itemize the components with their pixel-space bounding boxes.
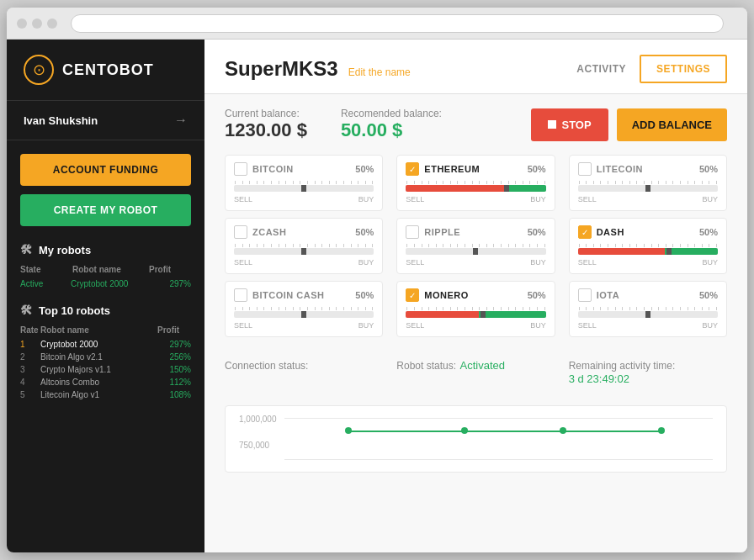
currency-pct: 50% bbox=[699, 227, 718, 237]
currency-name: MONERO bbox=[424, 290, 469, 300]
tick bbox=[422, 181, 422, 184]
top10-rname[interactable]: Crypto Majors v1.1 bbox=[40, 365, 157, 374]
tick bbox=[688, 181, 688, 184]
slider-track[interactable] bbox=[234, 311, 374, 318]
tick bbox=[658, 244, 659, 247]
current-balance-value: 1230.00 $ bbox=[225, 119, 307, 141]
tick bbox=[300, 244, 300, 247]
my-robots-section: 🛠 My robots State Robot name Profit Acti… bbox=[7, 233, 204, 293]
currency-name: BITCOIN bbox=[252, 164, 294, 174]
tick bbox=[428, 244, 429, 247]
top10-rname[interactable]: Litecoin Algo v1 bbox=[40, 390, 157, 399]
slider-container bbox=[406, 307, 545, 318]
slider-track[interactable] bbox=[234, 185, 374, 192]
slider-thumb[interactable] bbox=[301, 248, 306, 255]
slider-thumb[interactable] bbox=[645, 185, 650, 192]
slider-labels: SELL BUY bbox=[234, 195, 374, 203]
slider-thumb[interactable] bbox=[645, 311, 650, 318]
currency-checkbox[interactable] bbox=[406, 288, 419, 302]
currency-checkbox[interactable] bbox=[234, 162, 247, 176]
slider-track[interactable] bbox=[578, 248, 718, 255]
currency-checkbox[interactable] bbox=[234, 288, 247, 302]
slider-labels: SELL BUY bbox=[406, 321, 545, 330]
tick bbox=[666, 244, 666, 247]
currency-checkbox[interactable] bbox=[234, 225, 247, 239]
account-funding-button[interactable]: ACCOUNT FUNDING bbox=[20, 154, 191, 186]
chart-dot bbox=[461, 427, 468, 434]
tick bbox=[579, 307, 580, 310]
slider-thumb[interactable] bbox=[301, 185, 306, 192]
tick bbox=[709, 244, 709, 247]
row-profit: 297% bbox=[149, 279, 191, 288]
buy-label: BUY bbox=[530, 321, 546, 330]
current-balance-label: Current balance: bbox=[225, 108, 307, 119]
buy-label: BUY bbox=[530, 195, 546, 203]
tick bbox=[249, 307, 250, 310]
stop-icon bbox=[548, 120, 556, 129]
tick bbox=[321, 307, 322, 310]
currency-checkbox[interactable] bbox=[578, 162, 592, 176]
col-rname: Robot name bbox=[40, 325, 157, 335]
top10-rname[interactable]: Bitcoin Algo v2.1 bbox=[40, 352, 157, 362]
slider-track[interactable] bbox=[578, 311, 718, 318]
tick bbox=[300, 307, 300, 310]
tick bbox=[479, 181, 480, 184]
top10-rname[interactable]: Altcoins Combo bbox=[40, 378, 157, 387]
currency-name: ETHEREUM bbox=[424, 164, 480, 174]
logout-icon[interactable]: → bbox=[174, 113, 188, 128]
top10-rname[interactable]: Cryptobot 2000 bbox=[40, 340, 157, 349]
tick bbox=[622, 307, 623, 310]
chart-dot bbox=[658, 427, 665, 434]
remaining-label: Remaining activity time: bbox=[569, 360, 676, 372]
tick bbox=[680, 181, 681, 184]
url-bar[interactable] bbox=[71, 14, 724, 33]
chart-line-segment bbox=[465, 431, 563, 432]
tick bbox=[644, 307, 645, 310]
tick-row bbox=[578, 181, 718, 184]
tick-row bbox=[578, 307, 718, 310]
currency-checkbox[interactable] bbox=[406, 162, 419, 176]
slider-thumb[interactable] bbox=[301, 311, 306, 318]
tick bbox=[293, 307, 294, 310]
add-balance-button[interactable]: ADD BALANCE bbox=[617, 108, 727, 141]
slider-thumb[interactable] bbox=[504, 185, 509, 192]
chart-label-1: 750,000 bbox=[239, 441, 277, 450]
slider-track[interactable] bbox=[406, 311, 545, 318]
activity-link[interactable]: ACTIVITY bbox=[576, 63, 626, 75]
tick bbox=[307, 181, 308, 184]
tick bbox=[285, 244, 286, 247]
slider-thumb[interactable] bbox=[473, 248, 478, 255]
robot-status-value: Activated bbox=[460, 359, 505, 372]
currency-checkbox[interactable] bbox=[578, 225, 592, 239]
top10-rate: 2 bbox=[20, 352, 40, 362]
status-row: Connection status: Robot status: Activat… bbox=[225, 351, 727, 392]
settings-button[interactable]: SETTINGS bbox=[640, 55, 727, 83]
currency-checkbox[interactable] bbox=[578, 288, 592, 302]
tick bbox=[329, 181, 330, 184]
edit-name-link[interactable]: Edit the name bbox=[348, 66, 411, 78]
tick bbox=[358, 307, 358, 310]
currency-name: ZCASH bbox=[252, 227, 286, 237]
tick bbox=[508, 181, 509, 184]
slider-thumb[interactable] bbox=[666, 248, 672, 255]
slider-thumb[interactable] bbox=[481, 311, 486, 318]
currency-left: ZCASH bbox=[234, 225, 286, 239]
slider-track[interactable] bbox=[578, 185, 718, 192]
tick bbox=[694, 244, 695, 247]
tick bbox=[307, 307, 308, 310]
tick bbox=[257, 181, 258, 184]
tick bbox=[414, 181, 415, 184]
row-name[interactable]: Cryptobot 2000 bbox=[71, 279, 149, 288]
stop-button[interactable]: STOP bbox=[531, 108, 608, 141]
buy-label: BUY bbox=[358, 258, 374, 267]
slider-track[interactable] bbox=[406, 185, 545, 192]
tick bbox=[443, 181, 443, 184]
currency-checkbox[interactable] bbox=[406, 225, 419, 239]
user-name: Ivan Shukshin bbox=[24, 114, 98, 127]
slider-track[interactable] bbox=[406, 248, 545, 255]
slider-track[interactable] bbox=[234, 248, 374, 255]
my-robots-title: 🛠 My robots bbox=[20, 243, 191, 256]
create-robot-button[interactable]: CREATE MY ROBOT bbox=[20, 194, 191, 226]
tick bbox=[636, 244, 637, 247]
chart-dot bbox=[560, 427, 566, 434]
